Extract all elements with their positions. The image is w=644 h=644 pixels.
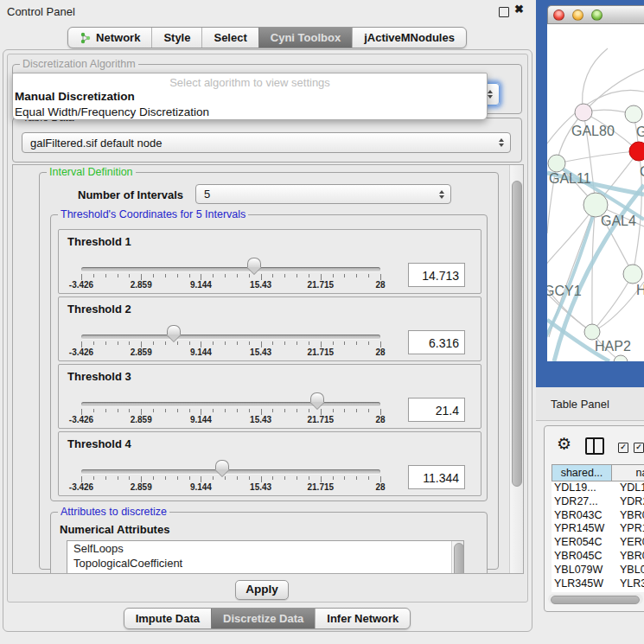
network-node-g-partial[interactable] [625,105,642,123]
slider-tick-label: 2.859 [131,415,152,424]
network-node-hap2[interactable] [584,324,600,340]
control-panel-tabbar: NetworkStyleSelectCyni ToolboxjActiveMNo… [0,27,534,48]
table-data-combobox[interactable]: galFiltered.sif default node [22,132,511,153]
network-edge[interactable] [557,151,639,163]
popup-option-equal-width-frequency-discretization[interactable]: Equal Width/Frequency Discretization [13,105,487,120]
slider-tick-label: 21.715 [308,482,335,492]
network-edge[interactable] [592,205,596,332]
column-header-shared-name[interactable]: shared... [552,464,612,481]
split-pane-icon[interactable] [585,437,604,455]
table-row[interactable]: YBR045CYBR0 [552,550,644,564]
window-zoom-icon[interactable] [591,10,603,21]
cell-shared-name[interactable]: YLR345W [552,577,612,591]
settings-scrollbar-thumb[interactable] [512,181,522,487]
slider-tick-label: 21.715 [308,348,335,357]
network-node-label: HAP2 [595,339,631,354]
slider-tick-label: 15.43 [250,348,271,357]
popup-option-manual-discretization[interactable]: Manual Discretization [13,89,487,105]
network-edge[interactable] [547,205,596,276]
cell-name[interactable]: YBR0 [612,509,644,523]
threshold-value-field[interactable]: 11.344 [408,465,465,489]
attribute-item-betweennesscentrality[interactable]: BetweennessCentrality [67,571,463,574]
cell-shared-name[interactable]: YBL079W [552,564,612,577]
table-row[interactable]: YPR145WYPR1 [552,522,644,536]
network-node-red-node[interactable] [629,142,644,161]
cell-shared-name[interactable]: YBR045C [552,550,612,564]
network-node-bottom-partial[interactable] [614,355,628,361]
settings-scrollbar[interactable] [509,165,523,573]
apply-button[interactable]: Apply [235,580,289,600]
cell-name[interactable]: YBR0 [612,550,644,564]
table-panel-body: ⚙ ✓ ✓ shared... na YDL19...YDL1YDR27...Y… [544,425,644,612]
slider-track[interactable] [81,267,380,271]
cell-shared-name[interactable]: YDL19... [552,481,612,495]
table-row[interactable]: YDR27...YDR2 [552,495,644,509]
table-row[interactable]: YBR043CYBR0 [552,509,644,523]
cell-name[interactable]: YLR3 [612,577,644,591]
gear-icon[interactable]: ⚙ [557,436,571,452]
column-header-name[interactable]: na [612,464,644,481]
slider-track[interactable] [81,335,380,339]
cell-name[interactable]: YIL0 [612,590,644,592]
slider-tick-label: 21.715 [308,415,335,424]
network-node-gal11[interactable] [548,155,565,172]
network-node-gal80[interactable] [575,104,592,121]
table-row[interactable]: YBL079WYBL0 [552,564,644,577]
slider-thumb[interactable] [310,392,324,410]
tab-jactivemnodules[interactable]: jActiveMNodules [352,28,466,48]
checkbox-icon[interactable]: ✓ [634,443,644,453]
cell-shared-name[interactable]: YER054C [552,536,612,550]
table-row[interactable]: YIL052CYIL0 [552,590,644,592]
bottom-tab-infer-network[interactable]: Infer Network [315,609,410,628]
bottom-tab-impute-data[interactable]: Impute Data [124,609,211,628]
slider-thumb[interactable] [215,460,229,477]
slider-track[interactable] [81,469,380,474]
tab-style[interactable]: Style [151,28,201,48]
cell-name[interactable]: YER0 [612,536,644,550]
slider-thumb[interactable] [247,258,261,275]
cell-name[interactable]: YBL0 [612,564,644,577]
window-close-icon[interactable] [553,10,564,21]
threshold-value-field[interactable]: 6.316 [408,330,465,354]
cell-name[interactable]: YDR2 [612,495,644,509]
window-minimize-icon[interactable] [572,10,583,21]
table-hscrollbar-thumb[interactable] [551,596,640,604]
float-window-icon[interactable] [499,7,509,17]
tab-cyni-toolbox[interactable]: Cyni Toolbox [258,28,352,48]
cell-shared-name[interactable]: YBR043C [552,509,612,523]
table-row[interactable]: YDL19...YDL1 [552,481,644,495]
slider-thumb[interactable] [167,325,181,342]
tab-select[interactable]: Select [201,28,258,48]
attribute-item-topologicalcoefficient[interactable]: TopologicalCoefficient [67,556,463,571]
threshold-value-field[interactable]: 21.4 [408,398,465,422]
network-canvas[interactable]: GAL80G.CGAL11GAL4GCY1HHAP2 [547,24,644,361]
attribute-item-selfloops[interactable]: SelfLoops [67,541,463,556]
table-row[interactable]: YER054CYER0 [552,536,644,550]
network-node-label: H [636,283,644,297]
network-edge[interactable] [583,48,608,112]
network-window-titlebar[interactable] [547,5,644,24]
cell-name[interactable]: YDL1 [612,481,644,495]
network-node-label: GAL80 [571,124,615,138]
threshold-panel-2: Threshold 2-3.4262.8599.14415.4321.71528… [58,296,481,361]
network-node-h-partial[interactable] [623,265,642,284]
table-row[interactable]: YLR345WYLR3 [552,577,644,591]
attributes-list-scrollbar[interactable] [451,541,463,574]
slider-tick-label: -3.426 [69,482,93,492]
cell-shared-name[interactable]: YDR27... [552,495,612,509]
cell-name[interactable]: YPR1 [612,522,644,536]
threshold-value-field[interactable]: 14.713 [408,263,465,287]
checkbox-icon[interactable]: ✓ [618,443,628,453]
slider-track[interactable] [81,402,380,406]
slider-tick-label: 9.144 [190,415,212,424]
slider-tick-label: 2.859 [131,280,152,290]
tab-network[interactable]: Network [68,28,151,48]
bottom-tab-discretize-data[interactable]: Discretize Data [211,609,315,628]
cell-shared-name[interactable]: YPR145W [552,522,612,536]
cell-shared-name[interactable]: YIL052C [552,590,612,592]
table-horizontal-scrollbar[interactable] [548,594,643,604]
number-of-intervals-combobox[interactable]: 5 [195,184,451,204]
attributes-group: Attributes to discretize Numerical Attri… [50,512,488,574]
close-panel-icon[interactable]: ✖ [514,3,524,16]
threshold-panel-4: Threshold 4-3.4262.8599.14415.4321.71528… [58,431,481,496]
